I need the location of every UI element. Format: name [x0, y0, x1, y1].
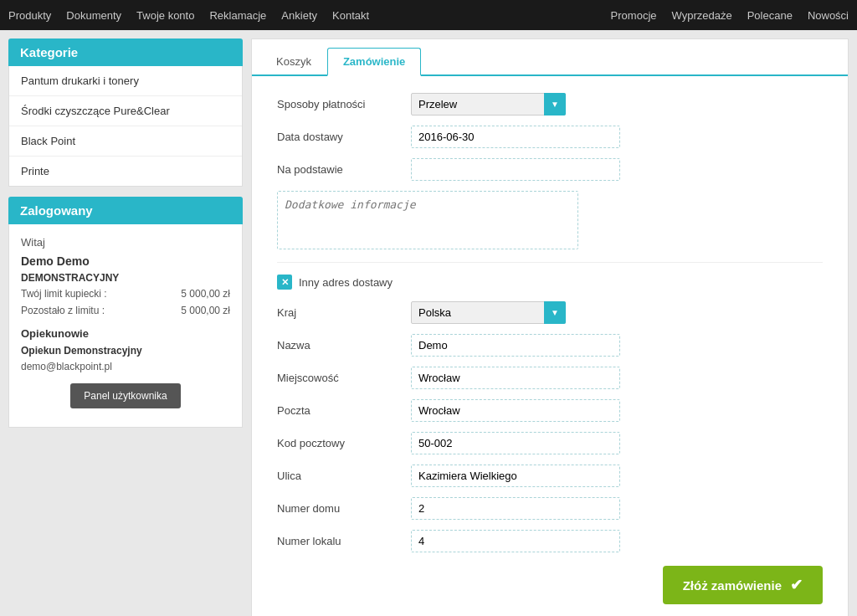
nav-dokumenty[interactable]: Dokumenty [66, 9, 121, 22]
order-form: Sposoby płatności Przelew Data dostawy [252, 76, 848, 616]
kategorie-menu: Pantum drukarki i tonery Środki czyszczą… [8, 66, 243, 187]
sposoby-select-wrapper: Przelew [411, 93, 566, 116]
nav-polecane[interactable]: Polecane [747, 9, 793, 22]
tab-koszyk[interactable]: Koszyk [260, 48, 327, 76]
tab-zamowienie[interactable]: Zamówienie [327, 48, 421, 76]
opiekun-name: Opiekun Demonstracyjny [21, 343, 230, 359]
miejscowosc-input[interactable] [411, 367, 620, 389]
kraj-label: Kraj [277, 306, 411, 319]
nav-left: Produkty Dokumenty Twoje konto Reklamacj… [8, 9, 369, 22]
nazwa-input[interactable] [411, 334, 620, 357]
miejscowosc-row: Miejscowość [277, 367, 823, 389]
pozostalo-label: Pozostało z limitu : [21, 303, 105, 319]
content-wrapper: Koszyk Zamówienie Sposoby płatności Prze… [251, 38, 849, 616]
poczta-input[interactable] [411, 399, 620, 422]
poczta-row: Poczta [277, 399, 823, 422]
data-input[interactable] [411, 126, 620, 148]
data-label: Data dostawy [277, 131, 411, 143]
nav-wyprzedaze[interactable]: Wyprzedaże [672, 9, 732, 22]
kod-input[interactable] [411, 432, 620, 454]
kraj-select[interactable]: Polska [411, 301, 566, 324]
kod-row: Kod pocztowy [277, 432, 823, 454]
nav-kontakt[interactable]: Kontakt [332, 9, 369, 22]
tab-bar: Koszyk Zamówienie [252, 39, 848, 76]
sidebar-item-blackpoint[interactable]: Black Point [9, 126, 242, 157]
nazwa-label: Nazwa [277, 339, 411, 352]
kraj-row: Kraj Polska [277, 301, 823, 324]
sposoby-label: Sposoby płatności [277, 98, 411, 110]
panel-uzytkownika-button[interactable]: Panel użytkownika [70, 383, 180, 408]
demo-label: DEMONSTRACYJNY [21, 270, 230, 286]
logged-section: Witaj Demo Demo DEMONSTRACYJNY Twój limi… [8, 224, 243, 428]
nav-ankiety[interactable]: Ankiety [281, 9, 317, 22]
numer-domu-row: Numer domu [277, 497, 823, 520]
submit-row: Złóż zamówienie ✔ [277, 566, 823, 604]
ulica-input[interactable] [411, 465, 620, 487]
limit-label: Twój limit kupiecki : [21, 286, 107, 302]
sposoby-select[interactable]: Przelew [411, 93, 566, 116]
top-navigation: Produkty Dokumenty Twoje konto Reklamacj… [0, 0, 857, 30]
checkbox-label: Inny adres dostawy [299, 276, 393, 289]
inny-adres-checkbox[interactable] [277, 275, 292, 290]
ulica-label: Ulica [277, 470, 411, 482]
sidebar-item-srodki[interactable]: Środki czyszczące Pure&Clear [9, 96, 242, 126]
dodatkowe-row [277, 191, 823, 252]
submit-label: Złóż zamówienie [683, 578, 782, 593]
main-wrapper: Kategorie Pantum drukarki i tonery Środk… [0, 30, 857, 616]
username: Demo Demo [21, 252, 230, 270]
separator [277, 262, 823, 263]
nav-right: Promocje Wyprzedaże Polecane Nowości [611, 9, 849, 22]
checkmark-icon: ✔ [790, 576, 803, 594]
opiekun-email: demo@blackpoint.pl [21, 359, 230, 375]
sidebar-item-printe[interactable]: Printe [9, 157, 242, 186]
dodatkowe-textarea[interactable] [277, 191, 578, 249]
main-content: Koszyk Zamówienie Sposoby płatności Prze… [251, 38, 849, 616]
numer-domu-label: Numer domu [277, 502, 411, 515]
miejscowosc-label: Miejscowość [277, 372, 411, 384]
zloz-zamowienie-button[interactable]: Złóż zamówienie ✔ [663, 566, 823, 604]
nav-produkty[interactable]: Produkty [8, 9, 51, 22]
sidebar-item-pantum[interactable]: Pantum drukarki i tonery [9, 66, 242, 96]
numer-domu-input[interactable] [411, 497, 620, 520]
welcome-text: Witaj [21, 234, 230, 252]
podstawie-label: Na podstawie [277, 163, 411, 176]
nav-nowosci[interactable]: Nowości [808, 9, 849, 22]
numer-lokalu-input[interactable] [411, 530, 620, 552]
numer-lokalu-row: Numer lokalu [277, 530, 823, 552]
podstawie-row: Na podstawie [277, 158, 823, 181]
nav-reklamacje[interactable]: Reklamacje [209, 9, 266, 22]
kraj-select-wrapper: Polska [411, 301, 566, 324]
podstawie-input[interactable] [411, 158, 620, 181]
limit-row: Twój limit kupiecki : 5 000,00 zł [21, 286, 230, 302]
data-row: Data dostawy [277, 126, 823, 148]
pozostalo-row: Pozostało z limitu : 5 000,00 zł [21, 303, 230, 319]
sposoby-row: Sposoby płatności Przelew [277, 93, 823, 116]
sidebar: Kategorie Pantum drukarki i tonery Środk… [8, 38, 243, 616]
nav-twoje-konto[interactable]: Twoje konto [136, 9, 194, 22]
logged-content: Witaj Demo Demo DEMONSTRACYJNY Twój limi… [9, 224, 242, 427]
opiekunowie-heading: Opiekunowie [21, 326, 230, 343]
kod-label: Kod pocztowy [277, 437, 411, 449]
ulica-row: Ulica [277, 465, 823, 487]
pozostalo-value: 5 000,00 zł [181, 303, 230, 319]
zalogowany-title: Zalogowany [8, 197, 243, 224]
poczta-label: Poczta [277, 404, 411, 417]
limit-value: 5 000,00 zł [181, 286, 230, 302]
numer-lokalu-label: Numer lokalu [277, 535, 411, 547]
nav-promocje[interactable]: Promocje [611, 9, 657, 22]
kategorie-title: Kategorie [8, 38, 243, 66]
nazwa-row: Nazwa [277, 334, 823, 357]
checkbox-row: Inny adres dostawy [277, 275, 823, 290]
